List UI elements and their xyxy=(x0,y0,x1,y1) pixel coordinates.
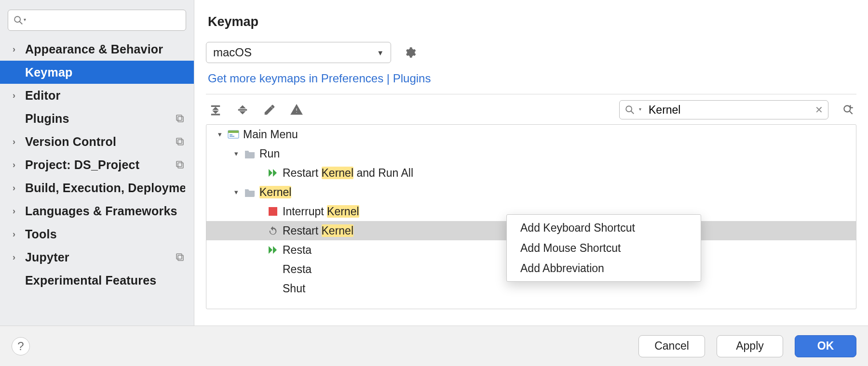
expand-all-button[interactable] xyxy=(208,102,223,118)
tree-action-label: Restart Kernel xyxy=(283,224,353,237)
sidebar-list: ›Appearance & Behavior Keymap ›Editor Pl… xyxy=(0,38,194,292)
sidebar-item-editor[interactable]: ›Editor xyxy=(0,84,194,107)
chevron-right-icon: › xyxy=(13,160,20,170)
sidebar-item-build[interactable]: ›Build, Execution, Deployment xyxy=(0,176,194,199)
sidebar-item-label: Project: DS_Project xyxy=(25,158,170,172)
tree-action-restart-run-all[interactable]: Restart Kernel and Run All xyxy=(206,163,856,183)
run-all-icon xyxy=(266,167,280,179)
ctx-add-keyboard-shortcut[interactable]: Add Keyboard Shortcut xyxy=(507,218,701,238)
collapse-all-icon xyxy=(236,104,249,116)
project-level-icon xyxy=(175,252,185,262)
ok-button[interactable]: OK xyxy=(795,335,856,357)
stop-icon xyxy=(266,206,280,217)
pencil-icon xyxy=(263,104,276,116)
sidebar-search: ▾ xyxy=(8,10,186,31)
keymap-toolbar: ▾ ✕ xyxy=(206,98,856,124)
restart-icon xyxy=(266,225,280,236)
keymap-select[interactable]: macOS ▼ xyxy=(206,42,391,63)
sidebar-item-tools[interactable]: ›Tools xyxy=(0,222,194,246)
tree-node-kernel[interactable]: ▾ Kernel xyxy=(206,183,856,202)
project-level-icon xyxy=(175,113,185,124)
svg-rect-8 xyxy=(176,254,182,259)
chevron-right-icon: › xyxy=(13,206,20,216)
sidebar-item-experimental[interactable]: Experimental Features xyxy=(0,269,194,292)
chevron-down-icon: ▼ xyxy=(377,49,384,57)
sidebar-item-label: Keymap xyxy=(25,65,185,79)
ctx-add-abbreviation[interactable]: Add Abbreviation xyxy=(507,258,701,278)
chevron-down-icon: ▾ xyxy=(215,130,225,139)
sidebar-item-jupyter[interactable]: ›Jupyter xyxy=(0,246,194,269)
warning-icon xyxy=(290,104,303,116)
context-menu: Add Keyboard Shortcut Add Mouse Shortcut… xyxy=(506,214,701,282)
tree-node-label: Main Menu xyxy=(243,128,298,141)
search-icon xyxy=(13,15,24,26)
find-by-shortcut-button[interactable] xyxy=(840,102,856,118)
edit-shortcut-button[interactable] xyxy=(262,102,277,118)
apply-button[interactable]: Apply xyxy=(717,335,783,357)
get-more-keymaps-link[interactable]: Get more keymaps in Preferences | Plugin… xyxy=(208,72,856,85)
sidebar-item-languages[interactable]: ›Languages & Frameworks xyxy=(0,199,194,222)
gear-icon xyxy=(404,46,416,59)
sidebar-item-keymap[interactable]: Keymap xyxy=(0,61,194,84)
chevron-right-icon: › xyxy=(13,229,20,239)
sidebar-item-label: Build, Execution, Deployment xyxy=(25,181,185,195)
cancel-button[interactable]: Cancel xyxy=(638,335,705,357)
tree-node-label: Kernel xyxy=(259,186,291,199)
ctx-add-mouse-shortcut[interactable]: Add Mouse Shortcut xyxy=(507,238,701,258)
folder-icon xyxy=(243,148,257,159)
sidebar-item-label: Version Control xyxy=(25,135,170,149)
divider xyxy=(206,94,856,94)
tree-action-shut-trunc[interactable]: Shut xyxy=(206,279,856,298)
conflicts-button[interactable] xyxy=(289,102,304,118)
chevron-down-icon: ▾ xyxy=(231,188,241,196)
keymap-settings-button[interactable] xyxy=(402,44,418,61)
chevron-down-icon: ▾ xyxy=(231,149,241,158)
sidebar-item-project[interactable]: ›Project: DS_Project xyxy=(0,153,194,176)
chevron-right-icon: › xyxy=(13,183,20,193)
svg-point-10 xyxy=(626,106,632,112)
project-level-icon xyxy=(175,136,185,147)
svg-rect-5 xyxy=(178,140,183,145)
sidebar-item-label: Jupyter xyxy=(25,250,170,264)
svg-rect-2 xyxy=(176,115,182,120)
sidebar-item-label: Appearance & Behavior xyxy=(25,42,185,56)
chevron-down-icon: ▾ xyxy=(639,107,645,112)
svg-rect-6 xyxy=(176,161,182,167)
svg-point-0 xyxy=(14,16,20,22)
tree-node-label: Run xyxy=(259,147,280,160)
sidebar-item-label: Experimental Features xyxy=(25,274,185,288)
help-button[interactable]: ? xyxy=(12,337,30,355)
sidebar-search-field[interactable]: ▾ xyxy=(8,10,186,31)
svg-rect-4 xyxy=(176,138,182,144)
svg-rect-15 xyxy=(230,134,232,135)
chevron-right-icon: › xyxy=(13,44,20,54)
keymap-select-value: macOS xyxy=(213,46,252,59)
svg-rect-3 xyxy=(178,117,183,122)
chevron-right-icon: › xyxy=(13,137,20,147)
tree-action-label: Restart Kernel and Run All xyxy=(283,167,413,180)
collapse-all-button[interactable] xyxy=(235,102,250,118)
clear-search-button[interactable]: ✕ xyxy=(815,104,823,116)
sidebar-item-label: Plugins xyxy=(25,112,170,126)
actions-tree[interactable]: ▾ Main Menu ▾ Run Restart Kernel and Run… xyxy=(206,124,856,309)
svg-rect-9 xyxy=(178,255,183,261)
tree-action-label: Resta xyxy=(283,244,312,257)
folder-icon xyxy=(243,186,257,198)
svg-rect-7 xyxy=(178,163,183,168)
sidebar-item-appearance[interactable]: ›Appearance & Behavior xyxy=(0,38,194,61)
sidebar-item-version-control[interactable]: ›Version Control xyxy=(0,130,194,153)
sidebar-search-input[interactable] xyxy=(32,14,181,26)
expand-all-icon xyxy=(209,104,222,116)
sidebar-item-label: Tools xyxy=(25,227,185,241)
action-search-field[interactable]: ▾ ✕ xyxy=(619,100,828,119)
sidebar-item-plugins[interactable]: Plugins xyxy=(0,107,194,130)
action-search-input[interactable] xyxy=(649,104,811,117)
tree-action-label: Interrupt Kernel xyxy=(283,205,359,218)
tree-node-run[interactable]: ▾ Run xyxy=(206,144,856,163)
chevron-right-icon: › xyxy=(13,252,20,262)
tree-node-main-menu[interactable]: ▾ Main Menu xyxy=(206,125,856,144)
svg-line-1 xyxy=(20,22,23,25)
settings-sidebar: ▾ ›Appearance & Behavior Keymap ›Editor … xyxy=(0,0,194,326)
page-title: Keymap xyxy=(206,0,856,42)
search-icon xyxy=(624,105,635,115)
